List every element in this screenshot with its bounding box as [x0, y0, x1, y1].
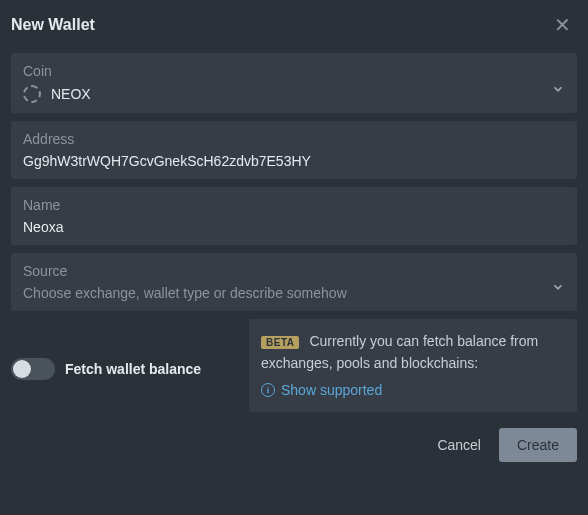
fetch-toggle-wrap: Fetch wallet balance	[11, 319, 239, 412]
new-wallet-modal: New Wallet ✕ Coin NEOX Address Gg9hW3trW…	[0, 0, 588, 473]
beta-badge: BETA	[261, 336, 299, 349]
source-label: Source	[23, 263, 565, 279]
chevron-down-icon	[551, 82, 565, 99]
modal-title: New Wallet	[11, 16, 95, 34]
cancel-button[interactable]: Cancel	[437, 437, 481, 453]
info-icon: i	[261, 383, 275, 397]
toggle-knob	[13, 360, 31, 378]
fetch-label: Fetch wallet balance	[65, 361, 201, 377]
address-value: Gg9hW3trWQH7GcvGnekScH62zdvb7E53HY	[23, 153, 565, 169]
coin-value: NEOX	[51, 86, 91, 102]
coin-value-row: NEOX	[23, 85, 565, 103]
coin-label: Coin	[23, 63, 565, 79]
fetch-toggle[interactable]	[11, 358, 55, 380]
address-label: Address	[23, 131, 565, 147]
show-supported-text: Show supported	[281, 379, 382, 401]
name-field[interactable]: Name Neoxa	[11, 187, 577, 245]
address-field[interactable]: Address Gg9hW3trWQH7GcvGnekScH62zdvb7E53…	[11, 121, 577, 179]
close-icon[interactable]: ✕	[548, 11, 577, 39]
coin-select[interactable]: Coin NEOX	[11, 53, 577, 113]
modal-actions: Cancel Create	[11, 428, 577, 462]
source-select[interactable]: Source Choose exchange, wallet type or d…	[11, 253, 577, 311]
coin-placeholder-icon	[23, 85, 41, 103]
source-placeholder: Choose exchange, wallet type or describe…	[23, 285, 565, 301]
show-supported-link[interactable]: i Show supported	[261, 379, 565, 401]
fetch-info-box: BETA Currently you can fetch balance fro…	[249, 319, 577, 412]
name-value: Neoxa	[23, 219, 565, 235]
modal-header: New Wallet ✕	[11, 11, 577, 39]
name-label: Name	[23, 197, 565, 213]
fetch-row: Fetch wallet balance BETA Currently you …	[11, 319, 577, 412]
create-button[interactable]: Create	[499, 428, 577, 462]
fetch-info-text: Currently you can fetch balance from exc…	[261, 333, 538, 371]
chevron-down-icon	[551, 280, 565, 297]
